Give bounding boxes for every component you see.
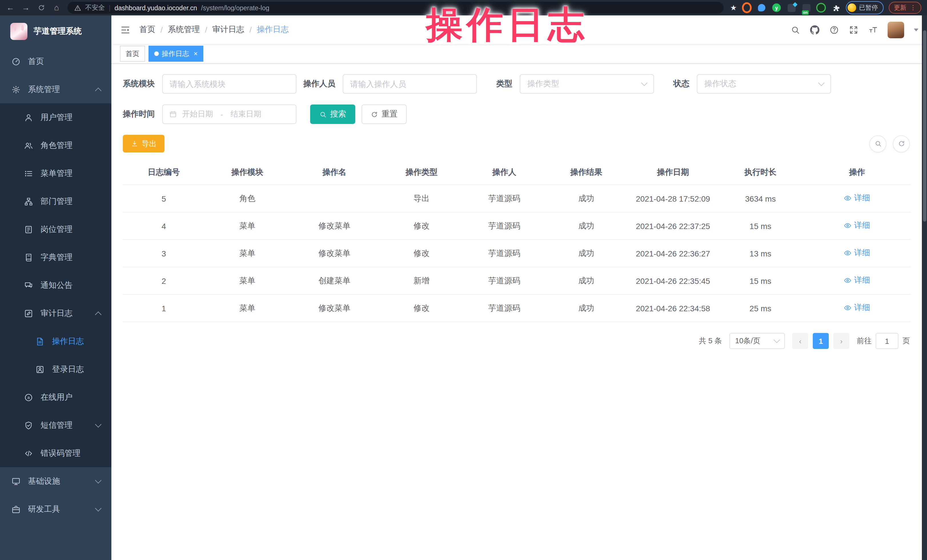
extension-leaf-icon[interactable] (816, 3, 826, 12)
module-input[interactable] (162, 74, 296, 94)
table-cell: 15 ms (718, 212, 803, 240)
chevron-up-icon (95, 311, 102, 318)
next-page-button[interactable]: › (833, 333, 849, 349)
page-number-button[interactable]: 1 (813, 333, 829, 349)
browser-forward-icon[interactable]: → (21, 0, 30, 15)
type-select[interactable]: 操作类型 (520, 74, 654, 94)
column-header: 日志编号 (123, 160, 205, 185)
sidebar-item-在线用户[interactable]: 在线用户 (0, 383, 111, 411)
toggle-search-button[interactable] (869, 135, 886, 152)
module-label: 系统模块 (123, 79, 155, 89)
font-size-icon[interactable] (868, 25, 878, 35)
breadcrumb-item[interactable]: 审计日志 (213, 24, 245, 35)
pagination: 共 5 条 10条/页 ‹ 1 › 前往 页 (123, 333, 911, 349)
operator-input[interactable] (343, 74, 477, 94)
sidebar-item-岗位管理[interactable]: 岗位管理 (0, 216, 111, 243)
help-icon[interactable] (829, 25, 839, 35)
extension-orange-icon[interactable] (742, 3, 752, 12)
breadcrumb: 首页/系统管理/审计日志/操作日志 (139, 24, 289, 35)
status-label: 状态 (673, 79, 689, 89)
table-cell: 成功 (545, 294, 628, 322)
reset-button[interactable]: 重置 (362, 105, 407, 124)
browser-reload-icon[interactable] (36, 0, 46, 15)
filter-type: 类型 操作类型 (496, 74, 654, 94)
breadcrumb-item[interactable]: 系统管理 (168, 24, 200, 35)
user-avatar[interactable] (887, 21, 904, 38)
app-logo-row[interactable]: 芋道管理系统 (0, 15, 111, 47)
operation-log-table: 日志编号操作模块操作名操作类型操作人操作结果操作日期执行时长操作 5角色导出芋道… (123, 160, 911, 322)
sidebar-item-短信管理[interactable]: 短信管理 (0, 411, 111, 439)
tab-操作日志[interactable]: 操作日志× (149, 46, 203, 62)
shield-icon (24, 420, 33, 430)
goto-page-input[interactable] (875, 333, 898, 349)
detail-link[interactable]: 详细 (844, 193, 870, 203)
sidebar-item-label: 系统管理 (28, 84, 60, 94)
browser-profile-chip[interactable]: 已暂停 (846, 1, 884, 14)
column-header: 执行时长 (718, 160, 803, 185)
refresh-icon (371, 111, 378, 118)
browser-update-button[interactable]: 更新 ⋮ (889, 2, 921, 14)
detail-link[interactable]: 详细 (844, 220, 870, 231)
sidebar-item-菜单管理[interactable]: 菜单管理 (0, 159, 111, 187)
extension-blue-icon[interactable] (757, 3, 766, 12)
sidebar-item-首页[interactable]: 首页 (0, 47, 111, 75)
table-cell: 4 (123, 212, 205, 240)
date-range-picker[interactable]: 开始日期 - 结束日期 (162, 105, 296, 124)
table-cell: 菜单 (205, 240, 290, 267)
sidebar-item-登录日志[interactable]: 登录日志 (0, 355, 111, 383)
extensions-puzzle-icon[interactable] (831, 3, 841, 12)
table-cell: 芋道源码 (464, 267, 545, 294)
sidebar-item-通知公告[interactable]: 通知公告 (0, 271, 111, 299)
sidebar-item-审计日志[interactable]: 审计日志 (0, 299, 111, 327)
page-buttons: ‹ 1 › (792, 333, 849, 349)
menu-fold-icon[interactable] (120, 24, 131, 35)
users-icon (24, 141, 33, 150)
table-cell-actions: 详细 (803, 267, 911, 294)
sidebar-item-错误码管理[interactable]: 错误码管理 (0, 439, 111, 467)
bookmark-star-icon[interactable]: ★ (730, 3, 737, 12)
main-panel: 首页/系统管理/审计日志/操作日志 首页操作日志× 系统模块 (111, 15, 927, 560)
filter-operator: 操作人员 (303, 74, 477, 94)
table-cell: 1 (123, 294, 205, 322)
sidebar-item-角色管理[interactable]: 角色管理 (0, 131, 111, 159)
scrollbar-thumb[interactable] (923, 30, 926, 222)
tab-首页[interactable]: 首页 (120, 46, 145, 62)
browser-home-icon[interactable]: ⌂ (52, 0, 61, 15)
browser-back-icon[interactable]: ← (6, 0, 15, 15)
detail-link[interactable]: 详细 (844, 275, 870, 285)
search-icon[interactable] (790, 25, 800, 35)
export-button[interactable]: 导出 (123, 135, 164, 152)
table-cell: 菜单 (205, 294, 290, 322)
detail-link[interactable]: 详细 (844, 248, 870, 258)
close-icon[interactable]: × (194, 50, 198, 57)
sidebar-item-系统管理[interactable]: 系统管理 (0, 75, 111, 103)
sidebar-item-基础设施[interactable]: 基础设施 (0, 467, 111, 495)
detail-link[interactable]: 详细 (844, 303, 870, 313)
fullscreen-icon[interactable] (849, 25, 859, 35)
address-bar[interactable]: 不安全 | dashboard.yudao.iocoder.cn/system/… (67, 2, 724, 14)
extension-green-y-icon[interactable]: y (772, 3, 781, 12)
start-date-placeholder: 开始日期 (182, 109, 213, 119)
eye-icon (844, 249, 852, 257)
sidebar-item-用户管理[interactable]: 用户管理 (0, 103, 111, 131)
prev-page-button[interactable]: ‹ (792, 333, 808, 349)
refresh-table-button[interactable] (893, 135, 910, 152)
extension-stack-icon[interactable] (787, 3, 796, 12)
table-cell: 2021-04-28 17:52:09 (628, 185, 718, 212)
avatar-caret-down-icon[interactable] (914, 28, 918, 31)
github-icon[interactable] (810, 25, 820, 35)
megaphone-icon (24, 281, 33, 290)
sidebar-item-label: 首页 (28, 56, 44, 67)
sidebar-item-部门管理[interactable]: 部门管理 (0, 187, 111, 216)
table-cell: 菜单 (205, 267, 290, 294)
breadcrumb-item[interactable]: 首页 (139, 24, 155, 35)
status-select[interactable]: 操作状态 (697, 74, 831, 94)
browser-menu-dots-icon[interactable]: ⋮ (910, 4, 916, 11)
sidebar-item-操作日志[interactable]: 操作日志 (0, 327, 111, 355)
page-size-select[interactable]: 10条/页 (729, 333, 785, 349)
sidebar-item-字典管理[interactable]: 字典管理 (0, 243, 111, 271)
search-button[interactable]: 搜索 (310, 105, 355, 124)
sidebar-item-研发工具[interactable]: 研发工具 (0, 495, 111, 523)
breadcrumb-separator: / (249, 25, 252, 34)
extension-on-badge-icon[interactable]: on (801, 3, 811, 12)
